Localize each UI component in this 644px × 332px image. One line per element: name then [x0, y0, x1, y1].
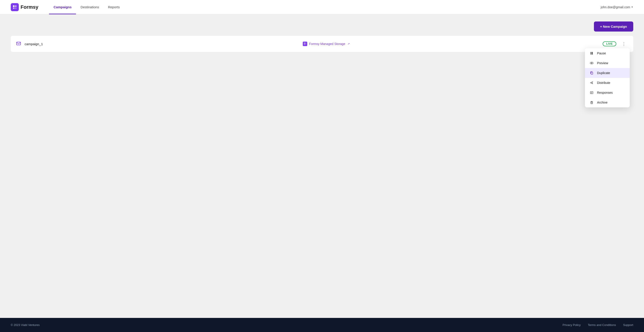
svg-rect-3 [15, 8, 16, 9]
logo[interactable]: Formsy [11, 3, 38, 11]
footer: © 2023 Viabl Ventures Privacy Policy Ter… [0, 318, 644, 332]
dropdown-distribute-label: Distribute [597, 81, 610, 85]
campaign-status: LIVE ⋮ [427, 40, 628, 48]
footer-privacy-policy[interactable]: Privacy Policy [562, 323, 581, 327]
footer-terms-conditions[interactable]: Terms and Conditions [588, 323, 616, 327]
dropdown-responses-label: Responses [597, 91, 613, 94]
campaign-storage-label: Formsy Managed Storage [309, 42, 345, 46]
dropdown-duplicate-label: Duplicate [597, 71, 610, 75]
campaign-storage[interactable]: Formsy Managed Storage ↗ [226, 42, 427, 46]
svg-rect-9 [590, 52, 592, 55]
dropdown-pause-label: Pause [597, 52, 606, 55]
dropdown-item-duplicate[interactable]: Duplicate [585, 68, 630, 78]
dropdown-item-responses[interactable]: Responses [585, 88, 630, 98]
main-nav: Campaigns Destinations Reports [49, 0, 600, 14]
dropdown-item-pause[interactable]: Pause [585, 48, 630, 58]
campaign-row: campaign_1 Formsy Managed Storage ↗ LIVE… [11, 36, 633, 52]
trash-icon [590, 101, 594, 104]
svg-rect-2 [13, 8, 14, 9]
svg-rect-7 [304, 44, 305, 45]
campaign-dropdown-menu: Pause Preview [585, 48, 630, 107]
pause-icon [590, 52, 594, 55]
user-dropdown-arrow: ▼ [631, 6, 633, 8]
svg-rect-1 [15, 5, 16, 7]
nav-item-reports[interactable]: Reports [104, 0, 124, 14]
dropdown-item-distribute[interactable]: Distribute [585, 78, 630, 88]
nav-item-destinations[interactable]: Destinations [76, 0, 104, 14]
svg-rect-14 [590, 92, 593, 94]
svg-rect-15 [591, 102, 592, 104]
user-menu[interactable]: john.doe@gmail.com ▼ [600, 5, 633, 9]
duplicate-icon [590, 71, 594, 75]
footer-support[interactable]: Support [623, 323, 633, 327]
svg-rect-8 [305, 44, 306, 45]
live-status-badge: LIVE [603, 41, 616, 46]
svg-rect-10 [592, 52, 593, 55]
footer-copyright: © 2023 Viabl Ventures [11, 323, 40, 327]
campaign-email-icon [16, 41, 21, 47]
header: Formsy Campaigns Destinations Reports jo… [0, 0, 644, 14]
new-campaign-button[interactable]: + New Campaign [594, 22, 633, 32]
svg-rect-4 [16, 42, 20, 45]
campaign-options-button[interactable]: ⋮ [620, 40, 628, 48]
svg-rect-0 [13, 5, 14, 7]
dropdown-item-preview[interactable]: Preview [585, 58, 630, 68]
dropdown-preview-label: Preview [597, 61, 608, 65]
responses-icon [590, 91, 594, 94]
campaign-name: campaign_1 [24, 42, 226, 46]
svg-rect-13 [591, 72, 593, 74]
formsy-storage-icon [303, 42, 307, 46]
nav-item-campaigns[interactable]: Campaigns [49, 0, 76, 14]
svg-point-12 [591, 63, 592, 64]
user-email: john.doe@gmail.com [600, 5, 630, 9]
dropdown-archive-label: Archive [597, 101, 608, 104]
footer-links: Privacy Policy Terms and Conditions Supp… [562, 323, 633, 327]
external-link-icon: ↗ [348, 42, 350, 46]
logo-text: Formsy [20, 4, 38, 10]
svg-rect-6 [305, 43, 306, 44]
logo-icon [11, 3, 19, 11]
eye-icon [590, 61, 594, 65]
main-content: + New Campaign campaign_1 [0, 14, 644, 318]
send-icon [590, 81, 594, 85]
campaign-list: campaign_1 Formsy Managed Storage ↗ LIVE… [11, 36, 633, 52]
svg-rect-5 [304, 43, 305, 44]
dropdown-item-archive[interactable]: Archive [585, 98, 630, 107]
